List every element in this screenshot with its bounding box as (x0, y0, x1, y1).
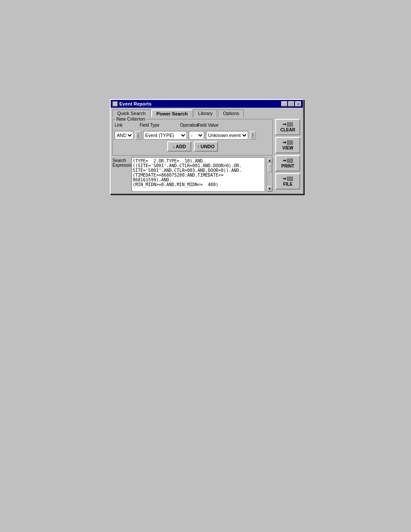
undo-button[interactable]: ↑ UNDO (194, 141, 218, 152)
view-label: VIEW (282, 146, 293, 150)
clear-label: CLEAR (280, 128, 295, 132)
action-row: ↓ ADD ↑ UNDO (115, 141, 271, 152)
scrollbar-vertical[interactable]: ▲ ▼ (267, 157, 273, 192)
right-panel: ⇒ CLEAR ⇒ VIEW ⇒ (274, 119, 301, 192)
view-box-icon (287, 140, 293, 145)
event-reports-window: Event Reports _ □ × Quick Search Power S… (110, 99, 304, 194)
field-type-select[interactable]: Event (TYPE) Site Controller Door (143, 131, 187, 140)
clear-arrow-icon: ⇒ (283, 122, 286, 127)
desktop: Event Reports _ □ × Quick Search Power S… (0, 0, 411, 532)
window-icon (112, 101, 118, 106)
add-button[interactable]: ↓ ADD (167, 141, 191, 152)
print-label: PRINT (281, 164, 294, 168)
view-icon-area: ⇒ (283, 140, 293, 145)
file-button[interactable]: ⇒ FILE (275, 173, 300, 190)
minimize-button[interactable]: _ (281, 101, 287, 106)
link-label: Link (115, 123, 130, 128)
print-box-icon (287, 159, 293, 163)
clear-icon-area: ⇒ (283, 122, 293, 127)
print-arrow-icon: ⇒ (283, 158, 286, 163)
close-button[interactable]: × (295, 101, 301, 106)
tab-options[interactable]: Options (218, 109, 244, 117)
title-bar-left: Event Reports (112, 101, 152, 106)
add-icon: ↓ (172, 144, 175, 149)
tab-power-search[interactable]: Power Search (151, 109, 193, 117)
scroll-down-arrow[interactable]: ▼ (267, 186, 272, 191)
scroll-thumb[interactable] (268, 164, 272, 172)
field-type-label: Field Type (140, 123, 178, 128)
print-icon-area: ⇒ (283, 158, 293, 163)
field-value-select[interactable]: Unknown event Access granted Access deni… (206, 131, 248, 140)
clear-button[interactable]: ⇒ CLEAR (275, 119, 300, 135)
clear-box-icon (287, 122, 293, 127)
link-select[interactable]: AND OR (115, 131, 134, 140)
file-icon-area: ⇒ (283, 176, 293, 181)
file-box-icon (287, 177, 293, 181)
operation-select[interactable]: - = < > (189, 131, 204, 140)
bracket-label-spacer (132, 123, 138, 128)
title-controls: _ □ × (281, 101, 301, 106)
tab-library[interactable]: Library (193, 109, 218, 117)
maximize-button[interactable]: □ (288, 101, 294, 106)
new-criterion-group: New Criterion Link Field Type Operation … (112, 119, 273, 156)
search-expression-textarea[interactable]: (TYPE= 2.OR.TYPE= 10).AND. ((SITE='S001'… (131, 157, 265, 192)
undo-icon: ↑ (197, 144, 200, 149)
add-label: ADD (176, 144, 186, 149)
criterion-row: AND OR ( Event (TYPE) Site Controller Do… (115, 131, 271, 140)
file-arrow-icon: ⇒ (283, 176, 286, 181)
tab-bar: Quick Search Power Search Library Option… (111, 108, 303, 117)
criterion-labels: Link Field Type Operation Field Value (115, 123, 271, 128)
right-bracket-button[interactable]: } (250, 131, 256, 140)
search-expression-section: Search Expression (TYPE= 2.OR.TYPE= 10).… (112, 157, 273, 192)
left-panel: New Criterion Link Field Type Operation … (112, 119, 273, 192)
print-button[interactable]: ⇒ PRINT (275, 155, 300, 171)
file-label: FILE (283, 182, 293, 187)
operation-label: Operation (180, 123, 196, 128)
undo-label: UNDO (201, 144, 215, 149)
new-criterion-title: New Criterion (115, 116, 146, 121)
window-body: New Criterion Link Field Type Operation … (111, 117, 303, 193)
title-bar: Event Reports _ □ × (111, 100, 303, 108)
window-title: Event Reports (119, 101, 152, 106)
search-expression-label: Search Expression (112, 157, 130, 192)
view-button[interactable]: ⇒ VIEW (275, 137, 300, 153)
left-bracket-button[interactable]: ( (135, 131, 141, 140)
scroll-up-arrow[interactable]: ▲ (267, 158, 272, 163)
field-value-label: Field Value (197, 123, 271, 128)
view-arrow-icon: ⇒ (283, 140, 286, 145)
